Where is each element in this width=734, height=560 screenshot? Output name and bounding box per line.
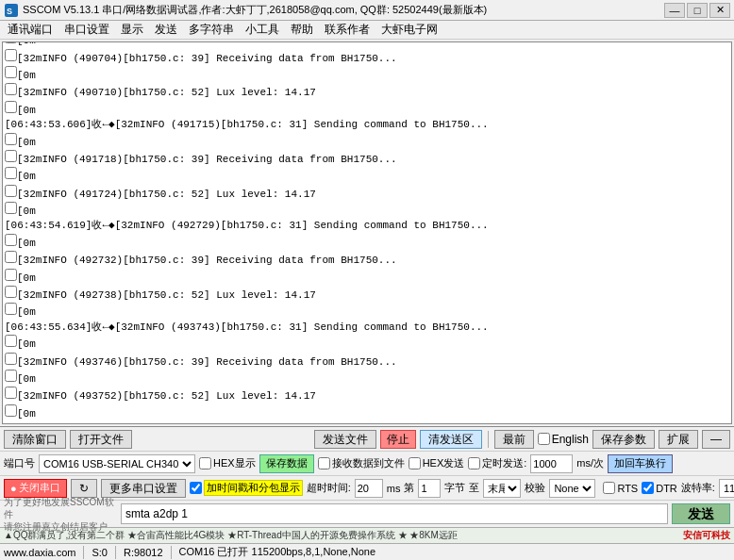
hex-send-checkbox[interactable] bbox=[409, 457, 421, 469]
log-checkbox[interactable] bbox=[5, 404, 17, 417]
send-button[interactable]: 发送 bbox=[672, 503, 730, 524]
log-checkbox[interactable] bbox=[5, 251, 17, 263]
timed-send-checkbox[interactable] bbox=[468, 457, 480, 469]
log-checkbox[interactable] bbox=[5, 41, 17, 43]
menu-display[interactable]: 显示 bbox=[115, 21, 149, 39]
menu-website[interactable]: 大虾电子网 bbox=[375, 21, 443, 39]
timestamp-container: 加时间戳和分包显示 bbox=[190, 480, 303, 496]
timestamp-checkbox[interactable] bbox=[190, 482, 202, 494]
close-port-button[interactable]: ● 关闭串口 bbox=[4, 479, 67, 498]
log-checkbox[interactable] bbox=[5, 335, 17, 347]
dtr-checkbox[interactable] bbox=[642, 482, 654, 494]
log-checkbox[interactable] bbox=[5, 101, 17, 113]
bottom-area: 清除窗口 打开文件 发送文件 停止 清发送区 最前 English 保存参数 扩… bbox=[0, 426, 734, 543]
app-icon: S bbox=[4, 3, 19, 18]
log-line: [0m bbox=[5, 303, 729, 320]
menu-tools[interactable]: 小工具 bbox=[240, 21, 285, 39]
checksum-select[interactable]: None bbox=[549, 479, 595, 498]
to-label: 至 bbox=[469, 481, 479, 495]
window-controls[interactable]: — □ ✕ bbox=[664, 3, 730, 18]
promo-ticker: ▲QQ群满员了,没有第二个群 ★合宙高性能比4G模块 ★RT-Thread中国人… bbox=[4, 529, 458, 542]
log-line: [0m bbox=[5, 335, 729, 352]
stop-button[interactable]: 停止 bbox=[380, 430, 416, 449]
log-line: [32mINFO (493746)[bh1750.c: 39] Receivin… bbox=[5, 353, 729, 370]
rts-checkbox[interactable] bbox=[603, 482, 615, 494]
close-button[interactable]: ✕ bbox=[709, 3, 730, 18]
log-line: [0m bbox=[5, 370, 729, 387]
add-cr-button[interactable]: 加回车换行 bbox=[608, 454, 673, 473]
log-checkbox[interactable] bbox=[5, 49, 17, 61]
toolbar-row2: 端口号 COM16 USB-SERIAL CH340 HEX显示 保存数据 接收… bbox=[0, 452, 734, 476]
clear-send-area-button[interactable]: 清发送区 bbox=[420, 430, 482, 449]
log-checkbox[interactable] bbox=[5, 387, 17, 399]
save-params-button[interactable]: 保存参数 bbox=[592, 430, 655, 449]
interval-input[interactable] bbox=[530, 454, 573, 473]
log-line: [32mINFO (490704)[bh1750.c: 39] Receivin… bbox=[5, 49, 729, 66]
menu-comm-port[interactable]: 通讯端口 bbox=[2, 21, 58, 39]
checksum-label: 校验 bbox=[525, 481, 545, 495]
send-file-button[interactable]: 发送文件 bbox=[314, 430, 376, 449]
timed-send-label: 定时发送: bbox=[482, 456, 526, 470]
status-sep1 bbox=[83, 546, 84, 559]
page-input[interactable] bbox=[418, 479, 441, 498]
log-checkbox[interactable] bbox=[5, 167, 17, 179]
log-checkbox[interactable] bbox=[5, 286, 17, 298]
log-line: [0m bbox=[5, 167, 729, 184]
promo-bar: ▲QQ群满员了,没有第二个群 ★合宙高性能比4G模块 ★RT-Thread中国人… bbox=[0, 527, 734, 543]
hex-display-checkbox[interactable] bbox=[199, 457, 211, 469]
log-line: [0m bbox=[5, 202, 729, 219]
open-file-button[interactable]: 打开文件 bbox=[70, 430, 132, 449]
baud-select[interactable]: 115200 bbox=[719, 479, 734, 498]
always-on-top-button[interactable]: 最前 bbox=[494, 430, 534, 449]
timeout-input[interactable] bbox=[355, 479, 383, 498]
port-info-status: COM16 已打开 115200bps,8,1,None,None bbox=[179, 545, 376, 559]
recv-count: R:98012 bbox=[124, 547, 163, 558]
hex-send-container: HEX发送 bbox=[409, 456, 465, 470]
maximize-button[interactable]: □ bbox=[687, 3, 708, 18]
menu-multi-string[interactable]: 多字符串 bbox=[183, 21, 240, 39]
save-data-button[interactable]: 保存数据 bbox=[259, 454, 314, 473]
send-input[interactable] bbox=[121, 503, 668, 524]
log-checkbox[interactable] bbox=[5, 133, 17, 145]
log-line: [06:43:54.619]收←◆[32mINFO (492729)[bh175… bbox=[5, 219, 729, 233]
menu-help[interactable]: 帮助 bbox=[285, 21, 319, 39]
log-checkbox[interactable] bbox=[5, 370, 17, 382]
log-checkbox[interactable] bbox=[5, 185, 17, 197]
log-line: [32mINFO (491724)[bh1750.c: 52] Lux leve… bbox=[5, 185, 729, 202]
title-bar-left: S SSCOM V5.13.1 串口/网络数据调试器,作者:大虾丁丁,26180… bbox=[4, 3, 487, 18]
log-checkbox[interactable] bbox=[5, 269, 17, 281]
log-line: [32mINFO (493752)[bh1750.c: 52] Lux leve… bbox=[5, 387, 729, 404]
refresh-port-button[interactable]: ↻ bbox=[71, 479, 97, 498]
collapse-button[interactable]: — bbox=[702, 430, 730, 449]
status-bar: www.daxia.com S:0 R:98012 COM16 已打开 1152… bbox=[0, 543, 734, 560]
rts-container: RTS bbox=[603, 482, 638, 494]
log-checkbox[interactable] bbox=[5, 303, 17, 315]
status-sep2 bbox=[115, 546, 116, 559]
send-row: 为了更好地发展SSCOM软件 请您注册嘉立创结居客户 发送 bbox=[0, 501, 734, 527]
log-checkbox[interactable] bbox=[5, 83, 17, 95]
end-select[interactable]: 末尾 bbox=[483, 479, 521, 498]
log-checkbox[interactable] bbox=[5, 353, 17, 365]
log-line: [0m bbox=[5, 101, 729, 118]
log-checkbox[interactable] bbox=[5, 66, 17, 78]
log-line: [0m bbox=[5, 269, 729, 286]
menu-serial-settings[interactable]: 串口设置 bbox=[58, 21, 115, 39]
byte-label: 字节 bbox=[444, 481, 465, 495]
log-checkbox[interactable] bbox=[5, 234, 17, 246]
more-ports-button[interactable]: 更多串口设置 bbox=[101, 479, 186, 498]
menu-contact[interactable]: 联系作者 bbox=[319, 21, 375, 39]
clear-window-button[interactable]: 清除窗口 bbox=[4, 430, 66, 449]
website-status: www.daxia.com bbox=[4, 547, 75, 558]
recv-file-container: 接收数据到文件 bbox=[318, 456, 405, 470]
log-line: [32mINFO (492732)[bh1750.c: 39] Receivin… bbox=[5, 251, 729, 268]
log-checkbox[interactable] bbox=[5, 150, 17, 162]
menu-send[interactable]: 发送 bbox=[149, 21, 183, 39]
recv-file-checkbox[interactable] bbox=[318, 457, 330, 469]
port-select[interactable]: COM16 USB-SERIAL CH340 bbox=[39, 454, 195, 473]
english-checkbox[interactable] bbox=[538, 433, 550, 445]
log-checkbox[interactable] bbox=[5, 202, 17, 214]
expand-button[interactable]: 扩展 bbox=[659, 430, 698, 449]
english-checkbox-container: English bbox=[538, 433, 589, 446]
minimize-button[interactable]: — bbox=[664, 3, 685, 18]
log-area[interactable]: [32mINFO (489696)[bh1750.c: 52] Lux leve… bbox=[2, 41, 732, 424]
